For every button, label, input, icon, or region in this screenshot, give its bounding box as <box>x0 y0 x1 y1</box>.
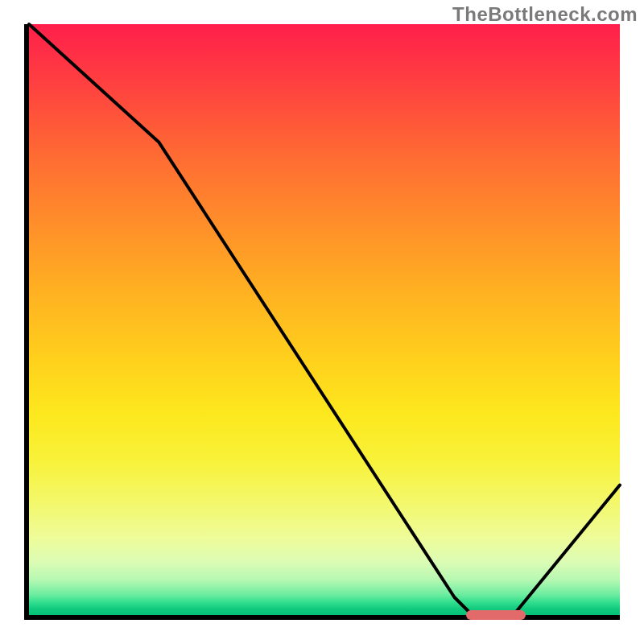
page-root: TheBottleneck.com <box>0 0 644 644</box>
bottleneck-curve <box>29 24 620 615</box>
bottleneck-curve-path <box>29 24 620 615</box>
minimum-marker <box>466 610 525 620</box>
watermark-text: TheBottleneck.com <box>452 3 638 26</box>
plot-area <box>24 24 620 620</box>
